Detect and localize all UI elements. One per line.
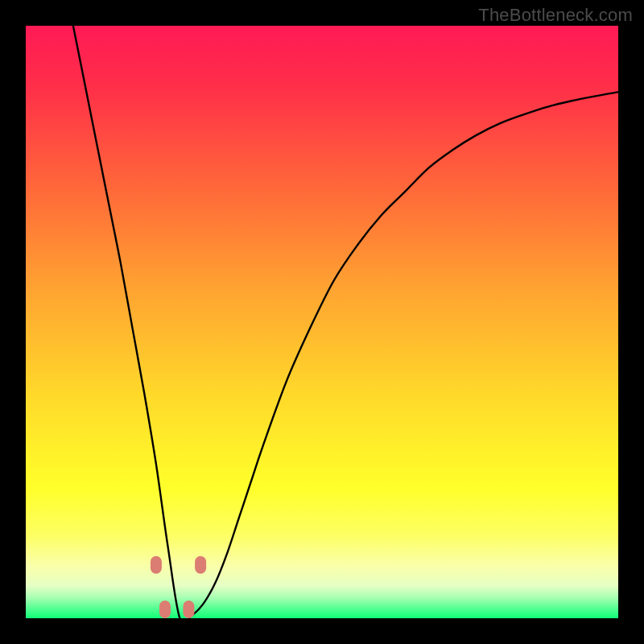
- chart-frame: TheBottleneck.com: [0, 0, 644, 644]
- plot-area: [26, 26, 618, 618]
- curve-marker: [195, 556, 206, 574]
- curve-layer: [26, 26, 618, 618]
- curve-marker: [159, 601, 171, 618]
- watermark-text: TheBottleneck.com: [478, 5, 633, 26]
- bottleneck-curve: [73, 26, 618, 623]
- curve-marker: [183, 601, 194, 618]
- curve-marker: [151, 556, 162, 574]
